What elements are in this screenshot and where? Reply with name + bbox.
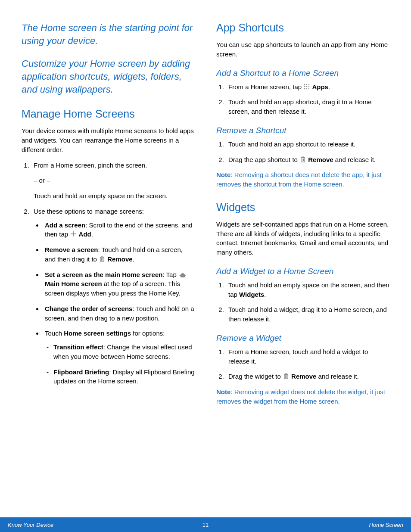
- setting-flipboard: Flipboard Briefing: Display all Flipboar…: [52, 367, 195, 386]
- manage-options: Add a screen: Scroll to the end of the s…: [34, 221, 195, 386]
- option-label: Set a screen as the main Home screen: [45, 271, 162, 278]
- option-label: Remove a screen: [45, 246, 98, 253]
- widgets-intro: Widgets are self-contained apps that run…: [216, 220, 389, 257]
- svg-marker-7: [179, 273, 186, 277]
- option-remove-screen: Remove a screen: Touch and hold on a scr…: [43, 245, 195, 264]
- settings-options: Transition effect: Change the visual eff…: [45, 342, 195, 386]
- step-2: Use these options to manage screens: Add…: [31, 207, 195, 386]
- svg-point-14: [304, 88, 305, 89]
- step-bold: Apps: [312, 83, 328, 90]
- note-label: Note: [216, 388, 230, 395]
- page-number: 11: [202, 522, 209, 528]
- step-text-end: .: [264, 291, 266, 298]
- heading-app-shortcuts: App Shortcuts: [216, 22, 389, 34]
- option-text-end: .: [91, 230, 93, 238]
- step-text-end: and release it.: [316, 373, 358, 380]
- svg-point-9: [306, 84, 307, 84]
- intro-paragraph-2: Customize your Home screen by adding app…: [22, 57, 195, 96]
- footer-right: Home Screen: [369, 522, 403, 528]
- right-column: App Shortcuts You can use app shortcuts …: [216, 22, 389, 406]
- note-text: : Removing a shortcut does not delete th…: [216, 171, 382, 188]
- svg-point-12: [306, 86, 307, 87]
- step-1b-text: Touch and hold an empty space on the scr…: [34, 192, 168, 199]
- home-icon: [178, 271, 187, 277]
- option-text: Touch: [45, 330, 64, 337]
- step-text-end: .: [328, 83, 330, 90]
- remove-shortcut-steps: Touch and hold an app shortcut to releas…: [216, 140, 389, 165]
- step-bold: Remove: [308, 156, 333, 163]
- manage-intro: Your device comes with multiple Home scr…: [22, 126, 195, 154]
- step-2-lead: Use these options to manage screens:: [34, 208, 144, 215]
- remove-widget-step-2: Drag the widget to Remove and release it…: [226, 372, 389, 381]
- step-text: From a Home screen, tap: [228, 83, 303, 90]
- svg-point-11: [304, 86, 305, 87]
- remove-shortcut-step-2: Drag the app shortcut to Remove and rele…: [226, 155, 389, 165]
- svg-point-8: [304, 84, 305, 84]
- svg-point-16: [308, 88, 309, 89]
- manage-steps: From a Home screen, pinch the screen. – …: [22, 161, 195, 386]
- option-bold: Add: [79, 230, 91, 238]
- step-text: Drag the app shortcut to: [228, 156, 299, 163]
- heading-remove-widget: Remove a Widget: [216, 333, 389, 343]
- option-bold: Main Home screen: [45, 280, 102, 287]
- step-bold: Widgets: [239, 291, 264, 298]
- option-add-screen: Add a screen: Scroll to the end of the s…: [43, 221, 195, 240]
- add-shortcut-step-2: Touch and hold an app shortcut, drag it …: [226, 97, 389, 116]
- heading-add-widget: Add a Widget to a Home Screen: [216, 267, 389, 276]
- svg-rect-21: [302, 157, 304, 158]
- remove-widget-steps: From a Home screen, touch and hold a wid…: [216, 347, 389, 381]
- note-text: : Removing a widget does not delete the …: [216, 388, 385, 405]
- setting-label: Transition effect: [53, 343, 103, 351]
- svg-rect-22: [284, 374, 288, 379]
- add-shortcut-step-1: From a Home screen, tap Apps.: [226, 82, 389, 92]
- step-1: From a Home screen, pinch the screen. – …: [31, 161, 195, 201]
- step-1-text: From a Home screen, pinch the screen.: [34, 162, 147, 169]
- remove-widget-step-1: From a Home screen, touch and hold a wid…: [226, 347, 389, 366]
- option-bold: Home screen settings: [64, 330, 131, 337]
- footer-left: Know Your Device: [8, 522, 53, 528]
- shortcuts-intro: You can use app shortcuts to launch an a…: [216, 40, 389, 59]
- heading-widgets: Widgets: [216, 201, 389, 214]
- svg-rect-26: [285, 373, 287, 374]
- step-text-end: and release it.: [333, 156, 376, 163]
- svg-point-15: [306, 88, 307, 89]
- note-remove-widget: Note: Removing a widget does not delete …: [216, 387, 389, 406]
- option-text-end: for options:: [131, 330, 165, 337]
- add-shortcut-steps: From a Home screen, tap Apps. Touch and …: [216, 82, 389, 116]
- setting-transition: Transition effect: Change the visual eff…: [52, 342, 195, 361]
- apps-icon: [303, 83, 310, 89]
- page-content: The Home screen is the starting point fo…: [0, 0, 411, 406]
- note-remove-shortcut: Note: Removing a shortcut does not delet…: [216, 170, 389, 189]
- heading-manage-home-screens: Manage Home Screens: [22, 108, 195, 120]
- heading-add-shortcut: Add a Shortcut to a Home Screen: [216, 68, 389, 78]
- svg-rect-17: [301, 158, 305, 162]
- option-main-home: Set a screen as the main Home screen: Ta…: [43, 270, 195, 298]
- step-bold: Remove: [291, 373, 316, 380]
- option-change-order: Change the order of screens: Touch and h…: [43, 304, 195, 323]
- intro-paragraph-1: The Home screen is the starting point fo…: [22, 22, 195, 47]
- note-label: Note: [216, 171, 230, 178]
- trash-icon: [283, 373, 290, 379]
- add-widget-steps: Touch and hold an empty space on the scr…: [216, 280, 389, 324]
- option-text-end: .: [133, 255, 134, 263]
- svg-rect-2: [100, 257, 104, 261]
- option-home-settings: Touch Home screen settings for options: …: [43, 329, 195, 386]
- svg-rect-6: [101, 256, 103, 257]
- left-column: The Home screen is the starting point fo…: [22, 22, 195, 406]
- add-widget-step-1: Touch and hold an empty space on the scr…: [226, 280, 389, 299]
- or-text: – or –: [34, 176, 195, 185]
- heading-remove-shortcut: Remove a Shortcut: [216, 126, 389, 135]
- step-text: Drag the widget to: [228, 373, 283, 380]
- remove-shortcut-step-1: Touch and hold an app shortcut to releas…: [226, 140, 389, 149]
- option-label: Change the order of screens: [45, 305, 132, 312]
- svg-point-10: [308, 84, 309, 84]
- trash-icon: [99, 255, 106, 261]
- trash-icon: [299, 156, 306, 162]
- option-bold: Remove: [107, 255, 132, 263]
- option-text: : Tap: [162, 271, 178, 278]
- svg-point-13: [308, 86, 309, 87]
- option-label: Add a screen: [45, 221, 85, 229]
- add-icon: [70, 230, 77, 236]
- add-widget-step-2: Touch and hold a widget, drag it to a Ho…: [226, 305, 389, 324]
- page-footer: Know Your Device 11 Home Screen: [0, 517, 411, 532]
